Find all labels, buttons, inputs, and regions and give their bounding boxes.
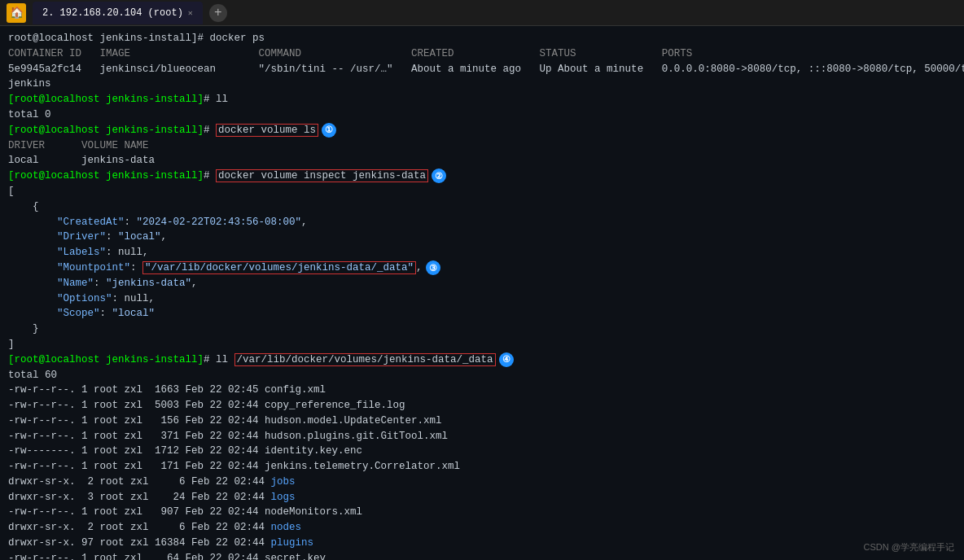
file-config: -rw-r--r--. 1 root zxl 1663 Feb 22 02:45…	[8, 383, 956, 398]
file-plugins: drwxr-sr-x. 97 root zxl 16384 Feb 22 02:…	[8, 536, 956, 551]
file-copy-ref: -rw-r--r--. 1 root zxl 5003 Feb 22 02:44…	[8, 398, 956, 413]
line-json-close-bracket: ]	[8, 337, 956, 352]
line-1: root@localhost jenkins-install]# docker …	[8, 31, 956, 46]
file-nodemonitors: -rw-r--r--. 1 root zxl 907 Feb 22 02:44 …	[8, 505, 956, 520]
line-ll-path: [root@localhost jenkins-install]# ll /va…	[8, 352, 956, 368]
home-icon[interactable]: 🏠	[7, 3, 26, 23]
line-json-open-brace: {	[8, 199, 956, 215]
line-ps-header: CONTAINER ID IMAGE COMMAND CREATED STATU…	[8, 46, 956, 62]
watermark: CSDN @学亮编程手记	[864, 541, 954, 553]
line-vol-header: DRIVER VOLUME NAME	[8, 138, 956, 154]
line-json-mountpoint: "Mountpoint": "/var/lib/docker/volumes/j…	[8, 260, 956, 276]
line-json-scope: "Scope": "local"	[8, 306, 956, 322]
line-json-close-brace: }	[8, 322, 956, 337]
line-json-name: "Name": "jenkins-data",	[8, 276, 956, 291]
file-hudson-model: -rw-r--r--. 1 root zxl 156 Feb 22 02:44 …	[8, 413, 956, 429]
line-total60: total 60	[8, 368, 956, 383]
active-tab[interactable]: 2. 192.168.20.104 (root) ✕	[33, 2, 203, 24]
file-hudson-plugins: -rw-r--r--. 1 root zxl 371 Feb 22 02:44 …	[8, 429, 956, 444]
file-logs: drwxr-sr-x. 3 root zxl 24 Feb 22 02:44 l…	[8, 490, 956, 505]
file-secret-key: -rw-r--r--. 1 root zxl 64 Feb 22 02:44 s…	[8, 551, 956, 560]
line-jenkins: jenkins	[8, 77, 956, 92]
line-total0: total 0	[8, 107, 956, 123]
tab-label: 2. 192.168.20.104 (root)	[42, 7, 183, 19]
tab-close-button[interactable]: ✕	[188, 8, 193, 18]
line-json-createdat: "CreatedAt": "2024-02-22T02:43:56-08:00"…	[8, 215, 956, 230]
titlebar: 🏠 2. 192.168.20.104 (root) ✕ +	[0, 0, 964, 26]
line-json-driver: "Driver": "local",	[8, 230, 956, 245]
line-vol-ls: [root@localhost jenkins-install]# docker…	[8, 123, 956, 138]
file-jenkins-telemetry: -rw-r--r--. 1 root zxl 171 Feb 22 02:44 …	[8, 459, 956, 475]
line-json-open-bracket: [	[8, 184, 956, 199]
new-tab-button[interactable]: +	[209, 4, 227, 22]
file-nodes: drwxr-sr-x. 2 root zxl 6 Feb 22 02:44 no…	[8, 520, 956, 536]
file-identity: -rw-------. 1 root zxl 1712 Feb 22 02:44…	[8, 444, 956, 459]
line-ps-row: 5e9945a2fc14 jenkinsci/blueocean "/sbin/…	[8, 62, 956, 77]
terminal: root@localhost jenkins-install]# docker …	[0, 26, 964, 560]
line-vol-local: local jenkins-data	[8, 153, 956, 168]
line-ll: [root@localhost jenkins-install]# ll	[8, 92, 956, 107]
line-json-labels: "Labels": null,	[8, 245, 956, 260]
line-json-options: "Options": null,	[8, 291, 956, 307]
line-vol-inspect: [root@localhost jenkins-install]# docker…	[8, 168, 956, 184]
file-jobs: drwxr-sr-x. 2 root zxl 6 Feb 22 02:44 jo…	[8, 475, 956, 490]
